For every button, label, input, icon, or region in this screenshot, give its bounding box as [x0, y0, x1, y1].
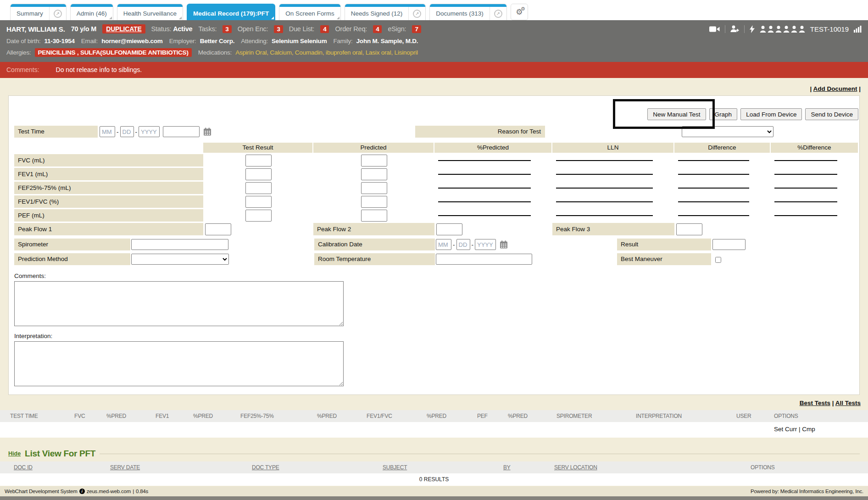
- col-fef: FEF25%-75%: [240, 413, 317, 419]
- comments-alert-label: Comments:: [6, 66, 39, 73]
- tasks-count-badge[interactable]: 3: [223, 25, 231, 33]
- fvc-percent-predicted-line: [438, 160, 531, 161]
- esign-count-badge[interactable]: 7: [412, 25, 421, 33]
- tab-admin[interactable]: Admin (46): [70, 4, 113, 20]
- peak-flow-3-input[interactable]: [676, 223, 702, 235]
- row-label: FEV1 (mL): [14, 168, 203, 180]
- col-options: OPTIONS: [751, 464, 868, 471]
- add-document-link[interactable]: Add Document: [813, 85, 857, 92]
- reason-for-test-select[interactable]: [682, 126, 773, 137]
- reason-for-test-label: Reason for Test: [415, 126, 545, 138]
- fev1-fvc-test-result-input[interactable]: [245, 196, 272, 208]
- calibration-year-input[interactable]: [475, 239, 496, 250]
- load-from-device-button[interactable]: Load From Device: [740, 108, 802, 120]
- interpretation-textarea[interactable]: [14, 341, 344, 386]
- tab-needs-signed[interactable]: Needs Signed (12) ↗: [345, 4, 426, 20]
- send-to-device-button[interactable]: Send to Device: [805, 108, 858, 120]
- col-serv-location[interactable]: SERV LOCATION: [554, 464, 751, 471]
- tab-documents-popout[interactable]: ↗: [490, 7, 506, 20]
- fev1-predicted-input[interactable]: [361, 168, 387, 180]
- room-temperature-input[interactable]: [436, 254, 532, 265]
- tests-filter-links: Best Tests | All Tests: [0, 395, 868, 410]
- cmp-link[interactable]: Cmp: [802, 426, 815, 433]
- render-time: 0.84s: [136, 489, 148, 494]
- open-enc-count-badge[interactable]: 3: [274, 25, 283, 33]
- peak-flow-2-label: Peak Flow 2: [313, 223, 434, 235]
- new-manual-test-button[interactable]: New Manual Test: [647, 108, 706, 120]
- separator: |: [810, 85, 812, 92]
- tab-summary-label: Summary: [11, 7, 49, 20]
- allergies-badge[interactable]: PENICILLINS , SULFA(SULFONAMIDE ANTIBIOT…: [35, 48, 192, 57]
- info-icon[interactable]: i: [79, 489, 85, 494]
- peak-flow-2-input[interactable]: [436, 223, 462, 235]
- calibration-day-input[interactable]: [456, 239, 470, 250]
- fev1-fvc-predicted-input[interactable]: [361, 196, 387, 208]
- allergies-medications-row: Allergies: PENICILLINS , SULFA(SULFONAMI…: [6, 46, 862, 59]
- duplicate-badge[interactable]: DUPLICATE: [102, 24, 145, 33]
- due-list-label: Due List:: [289, 25, 314, 33]
- bar-chart-icon[interactable]: [854, 25, 862, 33]
- result-input[interactable]: [712, 239, 746, 250]
- fvc-test-result-input[interactable]: [245, 155, 272, 167]
- comments-alert-bar: Comments: Do not release info to sibling…: [0, 62, 868, 78]
- test-time-year-input[interactable]: [139, 126, 160, 137]
- tab-documents-label: Documents (313): [430, 7, 490, 20]
- col-serv-date[interactable]: SERV DATE: [110, 464, 252, 471]
- order-req-count-badge[interactable]: 4: [373, 25, 382, 33]
- tab-documents[interactable]: Documents (313) ↗: [429, 4, 507, 20]
- pef-predicted-input[interactable]: [361, 210, 387, 222]
- test-time-month-input[interactable]: [100, 126, 115, 137]
- calendar-icon[interactable]: [203, 128, 211, 136]
- fvc-predicted-input[interactable]: [361, 155, 387, 167]
- pef-test-result-input[interactable]: [245, 210, 272, 222]
- spirometer-input[interactable]: [131, 239, 228, 250]
- tab-health-surveillance[interactable]: Health Surveillance: [117, 4, 183, 20]
- col-doc-id[interactable]: DOC ID: [14, 464, 110, 471]
- tab-needs-signed-popout[interactable]: ↗: [408, 7, 425, 20]
- fef-test-result-input[interactable]: [245, 182, 272, 194]
- empty-results-row: 0 RESULTS: [0, 473, 868, 486]
- graph-button[interactable]: Graph: [709, 108, 738, 120]
- settings-button[interactable]: ⚙⚙: [511, 4, 528, 20]
- col-doc-type[interactable]: DOC TYPE: [252, 464, 383, 471]
- prediction-method-select[interactable]: [131, 254, 229, 265]
- best-maneuver-checkbox[interactable]: [715, 257, 721, 263]
- test-time-day-input[interactable]: [120, 126, 134, 137]
- divider: [725, 25, 725, 33]
- comments-textarea[interactable]: [14, 281, 344, 326]
- comments-label: Comments:: [14, 272, 858, 279]
- employer-label: Employer:: [169, 38, 196, 44]
- col-by[interactable]: BY: [503, 464, 554, 471]
- best-tests-link[interactable]: Best Tests: [800, 400, 830, 406]
- separator: |: [799, 426, 801, 433]
- set-curr-link[interactable]: Set Curr: [774, 426, 797, 433]
- all-tests-link[interactable]: All Tests: [835, 400, 861, 406]
- tab-medical-record[interactable]: Medical Record (179):PFT: [187, 4, 275, 20]
- attending-label: Attending:: [241, 38, 268, 44]
- video-camera-icon[interactable]: [709, 26, 720, 33]
- popout-arrow-icon: ↗: [54, 10, 62, 18]
- due-list-count-badge[interactable]: 4: [320, 25, 329, 33]
- calibration-month-input[interactable]: [436, 239, 451, 250]
- patient-header: HART, WILLIAM S. 70 y/o M DUPLICATE Stat…: [0, 20, 868, 62]
- peak-flow-1-input[interactable]: [205, 223, 231, 235]
- patient-list-icons[interactable]: [760, 26, 805, 33]
- lightning-icon[interactable]: [750, 25, 755, 33]
- tab-summary[interactable]: Summary ↗: [10, 4, 67, 20]
- medications-list[interactable]: Aspirin Oral, Calcium, Coumadin, ibuprof…: [235, 49, 418, 56]
- test-time-time-input[interactable]: [163, 126, 200, 137]
- tab-bar: Summary ↗ Admin (46) Health Surveillance…: [0, 0, 868, 20]
- hide-link[interactable]: Hide: [8, 450, 21, 457]
- allergies-label: Allergies:: [6, 49, 31, 56]
- tab-on-screen-forms[interactable]: On Screen Forms: [279, 4, 341, 20]
- col-fev1-fvc: FEV1/FVC: [367, 413, 427, 419]
- measurement-row-fev1: FEV1 (mL): [14, 168, 858, 180]
- email-value[interactable]: horner@mieweb.com: [101, 38, 163, 44]
- calendar-icon[interactable]: [500, 240, 508, 249]
- col-subject[interactable]: SUBJECT: [383, 464, 503, 471]
- add-person-icon[interactable]: [730, 25, 739, 33]
- tab-summary-popout[interactable]: ↗: [49, 7, 66, 20]
- fef-predicted-input[interactable]: [361, 182, 387, 194]
- test-time-label: Test Time: [14, 126, 98, 138]
- fev1-test-result-input[interactable]: [245, 168, 272, 180]
